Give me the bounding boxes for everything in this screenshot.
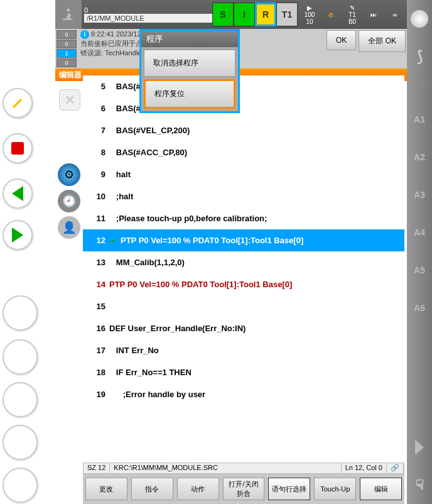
robot-arm-icon [60,6,77,23]
bottom-toolbar: 更改 指令 动作 打开/关闭 折合 语句行选择 Touch-Up 编辑 [83,474,404,504]
mode-r[interactable]: R [255,3,276,26]
right-hand-button[interactable]: ☟ [407,466,432,504]
status-sz: SZ 12 [84,463,110,473]
infinity-icon[interactable]: ∞ [386,2,404,27]
right-play-button[interactable] [407,429,432,466]
play-left-icon [12,186,23,201]
btn-instruction[interactable]: 指令 [131,478,173,500]
dropdown-reset-program[interactable]: 程序复位 [144,79,235,109]
gear-icon[interactable]: ⚙ [58,163,80,186]
clock-icon[interactable]: 🕘 [58,190,80,212]
pencil-icon [9,94,26,112]
mode-s[interactable]: S [212,3,234,26]
info-icon: i [80,30,89,39]
badge-active: 1 [57,49,77,58]
speed-indicator[interactable]: ▶ 10010 [300,2,319,27]
code-line: 6 BAS(#ACC_PT [83,97,404,119]
btn-line-select[interactable]: 语句行选择 [268,478,310,500]
gutter: ⚙ 🕘 👤 [55,75,83,243]
btn-fold[interactable]: 打开/关闭 折合 [223,478,265,500]
badge: 0 [57,40,77,48]
code-line: 17 INT Err_No [83,339,404,361]
curve-icon[interactable]: ⟆ [407,38,432,75]
status-cursor: Ln 12, Col 0 [342,463,387,473]
globe-button[interactable] [407,0,432,38]
code-line: 13 MM_Calib(1,1,2,0) [83,251,404,273]
run-mode-icon[interactable]: ⛹ [321,2,340,27]
status-file: KRC:\R1\MM\MM_MODULE.SRC [110,463,341,473]
globe-icon [411,10,428,28]
program-path: /R1/MM_MODULE [84,14,212,23]
jog-a4[interactable] [3,425,38,460]
axis-a4[interactable]: A4 [407,214,432,251]
btn-edit[interactable]: 编辑 [360,478,402,500]
code-line: 15 [83,295,404,317]
edit-button[interactable] [3,88,33,118]
step-forward-button[interactable] [3,220,33,250]
axis-a1[interactable]: A1 [407,101,432,138]
code-line: 11 ;Please touch-up p0,before calibratio… [83,207,404,229]
btn-motion[interactable]: 动作 [177,478,219,500]
top-zero: 0 [84,6,212,14]
code-line: 5 BAS(#VEL_PT [83,75,404,97]
btn-change[interactable]: 更改 [85,478,127,500]
tool-icon[interactable]: ✎T1B0 [343,2,362,27]
badge: 0 [57,30,77,39]
right-sidebar: ⟆ Ƨ A1 A2 A3 A4 A5 A6 ☟ [407,0,432,504]
jog-a5[interactable] [3,468,38,503]
mode-i[interactable]: I [234,3,255,26]
link-icon: 🔗 [387,463,404,473]
mode-t1[interactable]: T1 [276,3,298,26]
msg-source: 错误源: TechHandler [80,49,144,57]
axis-a6[interactable]: A6 [407,289,432,327]
skip-icon[interactable]: ⏭ [364,2,383,27]
stop-icon [11,142,24,155]
play-icon [415,440,424,455]
jog-a2[interactable] [3,339,38,375]
jog-a1[interactable] [3,295,38,331]
program-dropdown: 程序 取消选择程序 程序复位 [139,29,240,113]
jog-a3[interactable] [3,382,38,417]
step-back-button[interactable] [3,178,33,209]
code-line-modified: 14PTP P0 Vel=100 % PDAT0 Tool[1]:Tool1 B… [83,273,404,295]
all-ok-button[interactable]: 全部 OK [359,30,406,52]
ok-button[interactable]: OK [327,30,356,50]
axis-a3[interactable]: A3 [407,176,432,214]
code-editor[interactable]: 5 BAS(#VEL_PT 6 BAS(#ACC_PT 7 BAS(#VEL_C… [83,75,404,464]
badge: 0 [57,58,77,67]
mode-indicators: S I R T1 [212,3,298,26]
play-right-icon [12,227,23,243]
code-line: 10 ;halt [83,185,404,207]
code-line: 18 IF Err_No==1 THEN [83,361,404,383]
stop-button[interactable] [3,133,33,163]
program-pointer-icon: ⇒ [109,236,121,245]
dropdown-title: 程序 [141,31,238,47]
robot-icon[interactable] [55,0,82,29]
top-status-bar: 0 /R1/MM_MODULE S I R T1 ▶ 10010 ⛹ ✎T1B0… [55,0,407,29]
sigma-icon[interactable]: Ƨ [407,75,432,101]
axis-a2[interactable]: A2 [407,138,432,176]
axis-a5[interactable]: A5 [407,251,432,289]
btn-touchup[interactable]: Touch-Up [314,478,356,500]
dropdown-cancel-select[interactable]: 取消选择程序 [144,50,235,77]
code-line-current: 12⇒PTP P0 Vel=100 % PDAT0 Tool[1]:Tool1 … [83,229,404,251]
left-sidebar [0,0,55,504]
code-line: 9 halt [83,163,404,185]
code-line: 16DEF User_Error_Handle(Err_No:IN) [83,317,404,339]
msg-count-badges: 0 0 1 0 [57,30,78,67]
status-bar: SZ 12 KRC:\R1\MM\MM_MODULE.SRC Ln 12, Co… [83,463,404,474]
code-line: 19 ;Error handle by user [83,383,404,405]
code-line: 8 BAS(#ACC_CP,80) [83,141,404,163]
code-line: 7 BAS(#VEL_CP,200) [83,119,404,141]
user-icon[interactable]: 👤 [58,216,80,239]
